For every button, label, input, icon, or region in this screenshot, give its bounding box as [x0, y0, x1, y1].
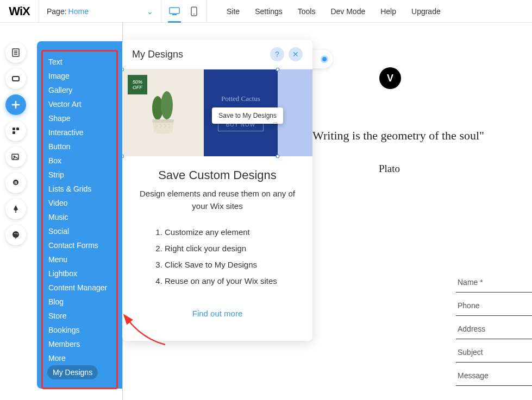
chevron-down-icon: ⌄ — [147, 7, 153, 16]
mobile-icon[interactable] — [189, 7, 199, 16]
add-item-social[interactable]: Social — [43, 224, 116, 238]
pen-icon[interactable] — [5, 199, 26, 219]
panel-heading: Save Custom Designs — [137, 168, 297, 182]
section-icon[interactable] — [5, 68, 26, 89]
add-item-interactive[interactable]: Interactive — [43, 125, 116, 139]
selection-handle[interactable] — [276, 155, 279, 158]
step-2: Right click your design — [165, 240, 297, 257]
add-item-lists[interactable]: Lists & Grids — [43, 182, 116, 196]
add-item-box[interactable]: Box — [43, 154, 116, 168]
product-name: Potted Cactus — [221, 94, 260, 103]
add-item-contactforms[interactable]: Contact Forms — [43, 238, 116, 252]
field-subject[interactable]: Subject — [456, 342, 532, 363]
menu-settings[interactable]: Settings — [255, 7, 283, 16]
add-item-vectorart[interactable]: Vector Art — [43, 97, 116, 111]
chat-icon[interactable] — [5, 225, 26, 245]
preview-area: 50% OFF Potted Cactus 12.99$ BUY — [122, 69, 312, 156]
menu-site[interactable]: Site — [227, 7, 240, 16]
add-item-strip[interactable]: Strip — [43, 168, 116, 182]
cactus-icon — [144, 89, 182, 140]
menu-devmode[interactable]: Dev Mode — [330, 7, 365, 16]
sale-percent: 50% — [133, 79, 142, 85]
left-toolbar: + B — [5, 42, 26, 245]
cursor-icon: ☟ — [273, 120, 278, 129]
preview-product-image: 50% OFF — [122, 69, 204, 156]
add-item-bookings[interactable]: Bookings — [43, 323, 116, 337]
preview-product-card: Potted Cactus 12.99$ BUY NOW Save to My … — [204, 69, 278, 156]
field-name[interactable]: Name * — [456, 272, 532, 293]
add-item-gallery[interactable]: Gallery — [43, 83, 116, 97]
step-3: Click Save to My Designs — [165, 257, 297, 273]
pages-icon[interactable] — [5, 42, 26, 63]
add-item-music[interactable]: Music — [43, 210, 116, 224]
site-logo[interactable]: V — [379, 67, 401, 89]
panel-header: My Designs ? ✕ — [122, 40, 312, 69]
top-menu: Site Settings Tools Dev Mode Help Upgrad… — [207, 7, 460, 16]
add-item-image[interactable]: Image — [43, 69, 116, 83]
help-icon[interactable]: ? — [270, 47, 284, 61]
menu-tools[interactable]: Tools — [298, 7, 316, 16]
device-switcher — [161, 0, 207, 22]
add-item-shape[interactable]: Shape — [43, 111, 116, 125]
add-item-lightbox[interactable]: Lightbox — [43, 266, 116, 281]
step-1: Customize any element — [165, 224, 297, 240]
menu-help[interactable]: Help — [380, 7, 396, 16]
panel-title: My Designs — [132, 49, 266, 60]
svg-point-20 — [12, 231, 19, 238]
svg-rect-13 — [12, 131, 15, 134]
menu-upgrade[interactable]: Upgrade — [411, 7, 441, 16]
svg-rect-11 — [12, 128, 15, 130]
add-menu-highlight: Text Image Gallery Vector Art Shape Inte… — [41, 50, 118, 389]
add-item-text[interactable]: Text — [43, 55, 116, 69]
add-item-menu[interactable]: Menu — [43, 252, 116, 266]
selection-handle[interactable] — [122, 155, 124, 158]
selection-handle[interactable] — [122, 68, 124, 71]
annotation-arrow-icon — [122, 312, 171, 350]
add-item-button[interactable]: Button — [43, 139, 116, 154]
add-elements-menu: Text Image Gallery Vector Art Shape Inte… — [37, 41, 122, 389]
page-name: Home — [68, 7, 89, 16]
page-label: Page: — [47, 7, 67, 16]
svg-text:B: B — [14, 181, 17, 185]
quote-author: Plato — [379, 163, 400, 175]
add-item-video[interactable]: Video — [43, 196, 116, 210]
apps-icon[interactable]: + — [5, 120, 26, 141]
add-item-mydesigns[interactable]: My Designs — [47, 365, 98, 379]
svg-rect-0 — [170, 8, 179, 14]
sale-off: OFF — [133, 85, 142, 90]
svg-text:+: + — [16, 126, 18, 130]
my-designs-panel: My Designs ? ✕ 50% OFF — [122, 40, 312, 341]
add-item-store[interactable]: Store — [43, 309, 116, 323]
field-message[interactable]: Message — [456, 366, 532, 386]
media-icon[interactable] — [5, 147, 26, 167]
quote-text: Writing is the geometry of the soul" — [312, 129, 484, 143]
contact-form: Name * Phone Address Subject Message — [456, 272, 532, 389]
close-icon[interactable]: ✕ — [289, 47, 303, 61]
add-item-contentmanager[interactable]: Content Manager — [43, 281, 116, 295]
wix-logo[interactable]: WiX — [0, 0, 39, 22]
add-item-members[interactable]: Members — [43, 337, 116, 351]
add-icon[interactable] — [5, 94, 26, 115]
desktop-icon[interactable] — [169, 7, 180, 16]
panel-steps: Customize any element Right click your d… — [137, 224, 297, 289]
svg-rect-8 — [12, 77, 19, 81]
panel-description: Design elements and reuse them on any of… — [137, 188, 297, 212]
svg-point-22 — [161, 91, 173, 119]
svg-point-3 — [193, 14, 195, 15]
field-phone[interactable]: Phone — [456, 296, 532, 316]
add-item-more[interactable]: More — [43, 351, 116, 365]
page-selector[interactable]: Page: Home ⌄ — [39, 0, 161, 22]
svg-rect-1 — [172, 14, 177, 15]
add-item-blog[interactable]: Blog — [43, 295, 116, 309]
toggle-indicator — [321, 55, 328, 63]
field-address[interactable]: Address — [456, 319, 532, 339]
step-4: Reuse on any of your Wix sites — [165, 273, 297, 289]
selection-handle[interactable] — [276, 68, 279, 71]
top-bar: WiX Page: Home ⌄ Site Settings Tools Dev… — [0, 0, 532, 23]
blog-icon[interactable]: B — [5, 173, 26, 193]
